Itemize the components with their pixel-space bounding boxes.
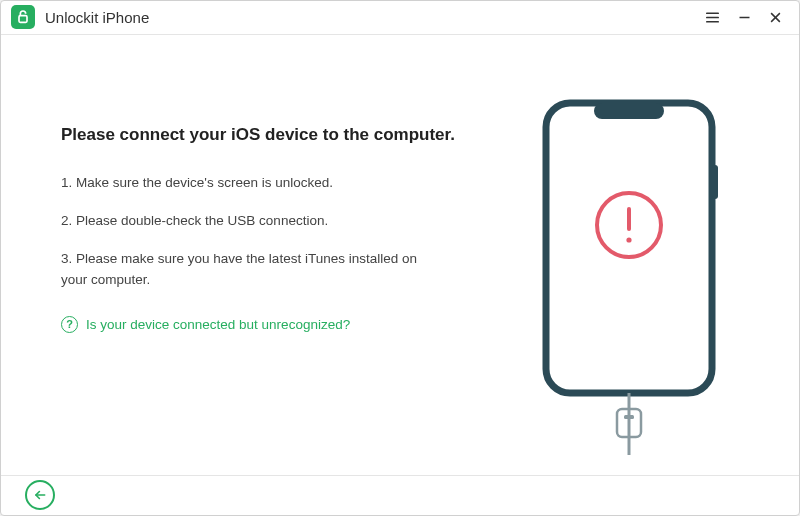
step-item: 3. Please make sure you have the latest … bbox=[61, 249, 441, 290]
heading: Please connect your iOS device to the co… bbox=[61, 125, 499, 145]
help-link-text: Is your device connected but unrecognize… bbox=[86, 317, 350, 332]
app-logo-icon bbox=[11, 5, 35, 29]
back-button[interactable] bbox=[25, 480, 55, 510]
app-window: Unlockit iPhone Please connect your iOS … bbox=[0, 0, 800, 516]
svg-rect-7 bbox=[546, 103, 712, 393]
question-icon: ? bbox=[61, 316, 78, 333]
titlebar: Unlockit iPhone bbox=[1, 1, 799, 35]
window-controls bbox=[704, 9, 789, 26]
step-item: 2. Please double-check the USB connectio… bbox=[61, 211, 441, 231]
help-link[interactable]: ? Is your device connected but unrecogni… bbox=[61, 316, 499, 333]
minimize-icon[interactable] bbox=[737, 10, 752, 25]
menu-icon[interactable] bbox=[704, 9, 721, 26]
footer bbox=[1, 475, 799, 515]
phone-illustration-icon bbox=[534, 95, 724, 455]
arrow-left-icon bbox=[33, 488, 47, 502]
step-item: 1. Make sure the device's screen is unlo… bbox=[61, 173, 441, 193]
app-title: Unlockit iPhone bbox=[45, 9, 149, 26]
svg-point-12 bbox=[626, 237, 631, 242]
svg-rect-15 bbox=[624, 415, 634, 419]
svg-rect-8 bbox=[594, 103, 664, 119]
steps-list: 1. Make sure the device's screen is unlo… bbox=[61, 173, 441, 290]
main-content: Please connect your iOS device to the co… bbox=[1, 35, 799, 475]
close-icon[interactable] bbox=[768, 10, 783, 25]
svg-rect-0 bbox=[19, 16, 27, 23]
illustration-panel bbox=[499, 95, 759, 455]
instructions-panel: Please connect your iOS device to the co… bbox=[61, 95, 499, 455]
svg-rect-9 bbox=[712, 165, 718, 199]
